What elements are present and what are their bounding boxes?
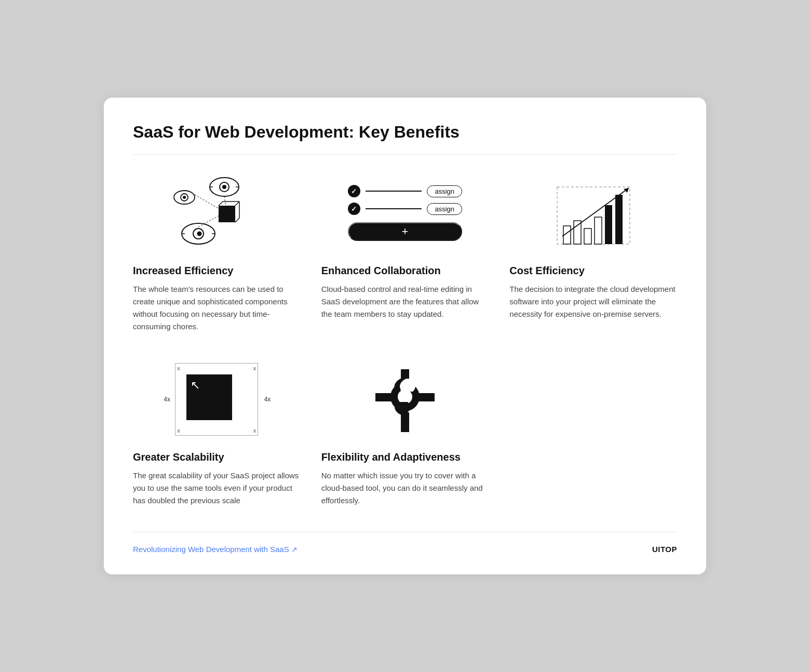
benefit-flexibility: Flexibility and Adaptiveness No matter w… <box>321 358 489 507</box>
scalability-title: Greater Scalability <box>133 451 301 463</box>
benefit-empty <box>509 358 677 507</box>
scale-right: 4x <box>264 396 271 403</box>
scale-left: 4x <box>164 396 170 403</box>
svg-rect-25 <box>584 229 591 244</box>
flexibility-icon-area <box>321 358 489 441</box>
main-card: SaaS for Web Development: Key Benefits <box>104 98 706 574</box>
efficiency-title: Increased Efficiency <box>133 265 301 277</box>
cost-title: Cost Efficiency <box>509 265 677 277</box>
chart-svg <box>547 177 640 249</box>
svg-rect-32 <box>401 412 409 432</box>
efficiency-desc: The whole team's resources can be used t… <box>133 283 301 333</box>
collaboration-title: Enhanced Collaboration <box>321 265 489 277</box>
svg-point-12 <box>183 196 186 199</box>
check-2 <box>348 203 360 215</box>
svg-rect-27 <box>605 205 612 244</box>
task-line-1 <box>366 191 422 192</box>
footer-brand: UITOP <box>652 545 677 554</box>
bottom-benefits-grid: x x x x 4x 4x ↖ ↘ Greater Scalability Th… <box>133 358 677 507</box>
efficiency-icon <box>170 177 263 249</box>
corner-bl: x <box>177 427 180 434</box>
add-task-button[interactable]: + <box>348 222 462 241</box>
corner-tr: x <box>253 365 256 371</box>
task-line-2 <box>366 208 422 209</box>
svg-rect-13 <box>219 206 235 222</box>
collaboration-icon-area: assign assign + <box>321 171 489 254</box>
svg-rect-24 <box>574 221 581 244</box>
svg-rect-29 <box>608 239 612 243</box>
scalability-icon-area: x x x x 4x 4x ↖ ↘ <box>133 358 301 441</box>
svg-line-16 <box>235 218 239 222</box>
svg-point-7 <box>197 232 202 236</box>
external-link-icon: ↗ <box>291 545 298 554</box>
efficiency-icon-area <box>133 171 301 254</box>
top-benefits-grid: Increased Efficiency The whole team's re… <box>133 171 677 333</box>
corner-tl: x <box>177 365 180 371</box>
cost-icon <box>547 177 640 249</box>
corner-br: x <box>253 427 256 434</box>
footer-link-text: Revolutionizing Web Development with Saa… <box>133 545 289 554</box>
task-row-2: assign <box>348 203 462 215</box>
svg-line-14 <box>219 201 223 206</box>
footer: Revolutionizing Web Development with Saa… <box>133 532 677 554</box>
assign-button-2[interactable]: assign <box>427 203 462 215</box>
svg-line-15 <box>235 201 239 206</box>
scalability-desc: The great scalability of your SaaS proje… <box>133 469 301 507</box>
task-row-1: assign <box>348 185 462 197</box>
svg-point-2 <box>222 185 226 189</box>
svg-marker-31 <box>624 188 629 193</box>
flexibility-desc: No matter which issue you try to cover w… <box>321 469 489 507</box>
benefit-scalability: x x x x 4x 4x ↖ ↘ Greater Scalability Th… <box>133 358 301 507</box>
cost-desc: The decision to integrate the cloud deve… <box>509 283 677 320</box>
footer-link[interactable]: Revolutionizing Web Development with Saa… <box>133 545 298 554</box>
check-1 <box>348 185 360 197</box>
flexibility-title: Flexibility and Adaptiveness <box>321 451 489 463</box>
page-title: SaaS for Web Development: Key Benefits <box>133 123 677 155</box>
scalability-icon: x x x x 4x 4x ↖ ↘ <box>175 363 258 436</box>
cost-icon-area <box>509 171 677 254</box>
svg-line-21 <box>195 195 222 210</box>
collab-icon: assign assign + <box>348 185 462 241</box>
benefit-cost: Cost Efficiency The decision to integrat… <box>509 171 677 333</box>
benefit-efficiency: Increased Efficiency The whole team's re… <box>133 171 301 333</box>
assign-button-1[interactable]: assign <box>427 185 462 197</box>
benefit-collaboration: assign assign + Enhanced Collaboration C… <box>321 171 489 333</box>
flexibility-icon <box>371 363 439 436</box>
svg-rect-26 <box>595 217 602 244</box>
svg-rect-28 <box>615 195 623 244</box>
collaboration-desc: Cloud-based control and real-time editin… <box>321 283 489 320</box>
